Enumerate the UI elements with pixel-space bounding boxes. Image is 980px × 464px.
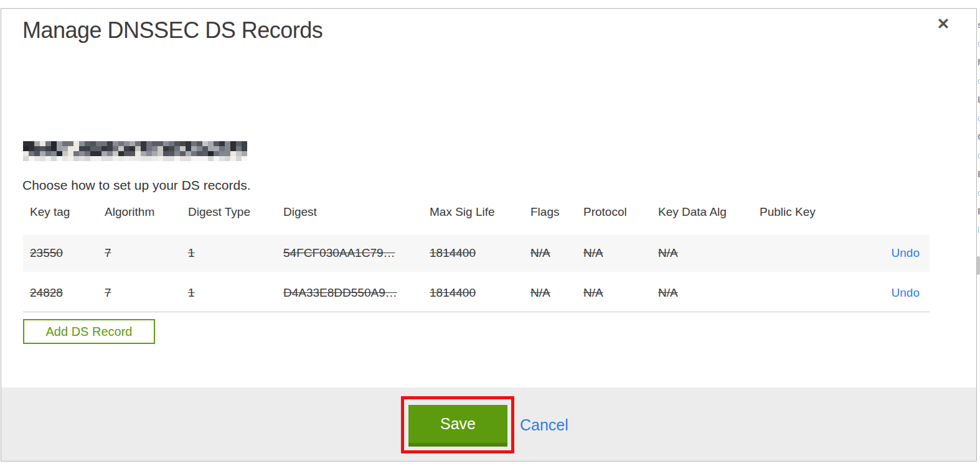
column-header-public-key: Public Key: [760, 205, 816, 219]
redaction-pixel: [101, 141, 107, 146]
redaction-pixel: [197, 151, 202, 156]
redaction-pixel: [208, 151, 214, 156]
redaction-pixel: [130, 146, 135, 151]
redaction-pixel: [230, 151, 236, 156]
column-header-digest: Digest: [283, 205, 317, 219]
redaction-pixel: [23, 156, 29, 161]
close-icon[interactable]: ✕: [933, 14, 953, 34]
redaction-pixel: [68, 141, 73, 146]
undo-link[interactable]: Undo: [892, 286, 920, 300]
redaction-pixel: [29, 141, 34, 146]
cell-digest: D4A33E8DD550A9…: [283, 286, 397, 300]
redaction-pixel: [118, 141, 124, 146]
redaction-pixel: [197, 156, 202, 161]
redaction-pixel: [96, 151, 101, 156]
redaction-pixel: [40, 156, 45, 161]
redaction-pixel: [130, 151, 135, 156]
redaction-pixel: [124, 151, 130, 156]
background-page-fragment: d: [978, 37, 980, 50]
redaction-pixel: [174, 156, 180, 161]
cell-digest-type: 1: [188, 286, 195, 300]
redaction-pixel: [174, 141, 180, 146]
cell-key-tag: 23550: [30, 246, 63, 260]
redaction-pixel: [23, 146, 29, 151]
redaction-pixel: [191, 141, 197, 146]
cell-max-sig-life: 1814400: [430, 286, 476, 300]
background-page-fragment: P: [978, 205, 980, 218]
redaction-pixel: [135, 156, 141, 161]
redaction-pixel: [208, 156, 214, 161]
cell-protocol: N/A: [583, 246, 603, 260]
redaction-pixel: [236, 146, 242, 151]
column-header-algorithm: Algorithm: [105, 205, 154, 219]
redaction-pixel: [230, 156, 236, 161]
redaction-pixel: [180, 141, 186, 146]
redaction-pixel: [242, 151, 247, 156]
redaction-pixel: [79, 156, 85, 161]
save-button[interactable]: Save: [408, 405, 507, 447]
redaction-pixel: [96, 156, 101, 161]
redaction-pixel: [146, 151, 152, 156]
cell-algorithm: 7: [105, 286, 111, 300]
background-page-fragment: s: [978, 19, 980, 31]
redaction-pixel: [158, 156, 163, 161]
redaction-pixel: [23, 141, 29, 146]
redaction-pixel: [152, 146, 158, 151]
redaction-pixel: [124, 156, 130, 161]
redaction-pixel: [186, 146, 191, 151]
redaction-pixel: [107, 156, 113, 161]
cancel-link[interactable]: Cancel: [520, 416, 568, 434]
redaction-pixel: [130, 156, 135, 161]
redaction-pixel: [219, 156, 225, 161]
add-ds-record-button[interactable]: Add DS Record: [23, 319, 155, 344]
redaction-pixel: [202, 146, 208, 151]
redaction-pixel: [68, 146, 73, 151]
column-header-digest-type: Digest Type: [188, 205, 250, 219]
redaction-pixel: [174, 146, 180, 151]
redaction-pixel: [85, 141, 90, 146]
redaction-pixel: [146, 146, 152, 151]
undo-link[interactable]: Undo: [892, 246, 920, 260]
redaction-pixel: [141, 151, 146, 156]
background-page-fragment: o: [978, 149, 980, 162]
background-page-fragment: l: [978, 224, 980, 236]
redaction-pixel: [186, 156, 191, 161]
redaction-pixel: [124, 146, 130, 151]
redaction-pixel: [135, 141, 141, 146]
redaction-pixel: [79, 146, 85, 151]
redaction-pixel: [73, 141, 79, 146]
redaction-pixel: [79, 141, 85, 146]
redaction-pixel: [40, 151, 45, 156]
scrollbar-thumb[interactable]: [977, 256, 980, 275]
redaction-pixel: [68, 151, 73, 156]
redaction-pixel: [34, 156, 40, 161]
redaction-pixel: [202, 141, 208, 146]
redaction-pixel: [135, 151, 141, 156]
redaction-pixel: [214, 146, 219, 151]
redaction-pixel: [73, 151, 79, 156]
redaction-pixel: [34, 141, 40, 146]
redaction-pixel: [158, 151, 163, 156]
redaction-pixel: [163, 141, 169, 146]
redaction-pixel: [219, 141, 225, 146]
redaction-pixel: [85, 156, 90, 161]
redaction-pixel: [163, 146, 169, 151]
redaction-pixel: [163, 151, 169, 156]
instruction-text: Choose how to set up your DS records.: [22, 178, 251, 193]
column-header-protocol: Protocol: [583, 205, 627, 219]
redaction-pixel: [101, 151, 107, 156]
column-header-key-tag: Key tag: [30, 205, 70, 219]
background-page-fragment: o: [978, 187, 980, 199]
redaction-pixel: [29, 156, 34, 161]
background-page-fragment: L: [978, 93, 980, 106]
redaction-pixel: [45, 151, 51, 156]
redaction-pixel: [118, 156, 124, 161]
redaction-pixel: [236, 141, 242, 146]
page-title: Manage DNSSEC DS Records: [22, 17, 323, 44]
redaction-pixel: [40, 141, 45, 146]
cell-key-data-alg: N/A: [658, 246, 678, 260]
redaction-pixel: [85, 146, 90, 151]
redaction-pixel: [225, 151, 230, 156]
redaction-pixel: [118, 151, 124, 156]
redaction-pixel: [208, 141, 214, 146]
